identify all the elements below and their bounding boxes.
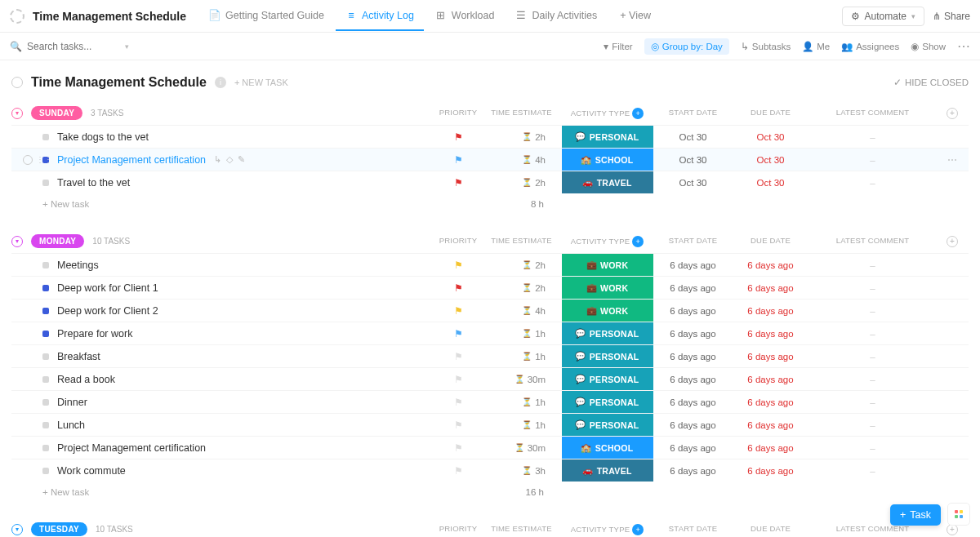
tag-icon[interactable]: ◇ [226,154,233,165]
tab-activity-log[interactable]: ≡Activity Log [336,2,424,31]
priority-flag-icon[interactable]: ⚑ [454,397,463,408]
collapse-icon[interactable]: ▾ [11,524,23,535]
latest-comment[interactable]: – [809,375,936,384]
task-name[interactable]: Prepare for work [57,328,132,340]
task-row[interactable]: Project Management certification⚑⏳30m🏫SC… [11,436,969,459]
start-date[interactable]: 6 days ago [654,466,732,476]
task-name[interactable]: Deep work for Client 2 [57,305,158,317]
task-name[interactable]: Take dogs to the vet [57,131,149,143]
drag-handle-icon[interactable]: ⋮⋮ [36,155,52,164]
status-icon[interactable] [42,308,49,314]
latest-comment[interactable]: – [809,260,936,270]
plus-icon[interactable]: + [632,108,644,119]
collapse-icon[interactable]: ▾ [11,108,23,119]
activity-type-badge[interactable]: 💬PERSONAL [562,414,653,436]
share-button[interactable]: ⋔ Share [933,11,970,22]
task-row[interactable]: Prepare for work⚑⏳1h💬PERSONAL6 days ago6… [11,322,969,344]
start-date[interactable]: 6 days ago [654,420,732,430]
day-badge[interactable]: SUNDAY [31,106,82,120]
latest-comment[interactable]: – [809,155,936,165]
task-row[interactable]: Read a book⚑⏳30m💬PERSONAL6 days ago6 day… [11,367,969,390]
select-circle-icon[interactable] [23,155,33,165]
time-estimate[interactable]: ⏳1h [483,397,560,407]
col-priority[interactable]: PRIORITY [434,524,483,535]
col-time-estimate[interactable]: TIME ESTIMATE [483,524,560,535]
due-date[interactable]: 6 days ago [732,352,809,362]
start-date[interactable]: Oct 30 [654,155,732,165]
day-badge[interactable]: MONDAY [31,234,84,248]
status-icon[interactable] [42,399,49,406]
task-row[interactable]: Work commute⚑⏳3h🚗TRAVEL6 days ago6 days … [11,459,969,482]
col-start-date[interactable]: START DATE [654,108,732,119]
task-name[interactable]: Deep work for Client 1 [57,282,158,294]
start-date[interactable]: 6 days ago [654,329,732,339]
time-estimate[interactable]: ⏳1h [483,329,560,339]
tab-getting-started-guide[interactable]: 📄Getting Started Guide [199,2,334,31]
group-by-chip[interactable]: ◎Group by: Day [644,38,729,55]
add-view-button[interactable]: + View [610,2,661,31]
collapse-icon[interactable]: ▾ [11,236,23,247]
task-name[interactable]: Travel to the vet [57,177,130,189]
start-date[interactable]: 6 days ago [654,397,732,407]
col-priority[interactable]: PRIORITY [434,108,483,119]
new-task-fab[interactable]: + Task [890,504,941,526]
due-date[interactable]: 6 days ago [732,260,809,270]
priority-flag-icon[interactable]: ⚑ [454,351,463,362]
col-due-date[interactable]: DUE DATE [732,108,809,119]
task-row[interactable]: Deep work for Client 1⚑⏳2h💼WORK6 days ag… [11,276,969,299]
due-date[interactable]: 6 days ago [732,329,809,339]
due-date[interactable]: Oct 30 [732,155,809,165]
task-row[interactable]: ⋮⋮Project Management certification↳◇✎⚑⏳4… [11,148,969,171]
plus-icon[interactable]: + [632,236,644,247]
status-icon[interactable] [42,262,49,268]
start-date[interactable]: Oct 30 [654,132,732,142]
task-name[interactable]: Lunch [57,419,85,431]
task-row[interactable]: Meetings⚑⏳2h💼WORK6 days ago6 days ago– [11,253,969,276]
task-row[interactable]: Deep work for Client 2⚑⏳4h💼WORK6 days ag… [11,299,969,322]
start-date[interactable]: 6 days ago [654,306,732,316]
time-estimate[interactable]: ⏳30m [483,443,560,453]
latest-comment[interactable]: – [809,443,936,453]
chevron-down-icon[interactable]: ▾ [125,42,129,51]
priority-flag-icon[interactable]: ⚑ [454,419,463,431]
priority-flag-icon[interactable]: ⚑ [454,131,463,143]
tab-daily-activities[interactable]: ☰Daily Activities [506,2,607,31]
time-estimate[interactable]: ⏳30m [483,375,560,384]
start-date[interactable]: 6 days ago [654,283,732,293]
status-icon[interactable] [42,353,49,360]
time-estimate[interactable]: ⏳4h [483,155,560,165]
priority-flag-icon[interactable]: ⚑ [454,442,463,454]
latest-comment[interactable]: – [809,466,936,476]
plus-icon[interactable]: + [632,524,644,535]
day-badge[interactable]: TUESDAY [31,522,87,536]
task-name[interactable]: Breakfast [57,351,100,362]
task-name[interactable]: Work commute [57,465,126,477]
priority-flag-icon[interactable]: ⚑ [454,282,463,294]
time-estimate[interactable]: ⏳4h [483,306,560,316]
latest-comment[interactable]: – [809,283,936,293]
row-more-icon[interactable]: ⋯ [936,154,969,166]
me-chip[interactable]: 👤Me [802,41,830,52]
task-row[interactable]: Breakfast⚑⏳1h💬PERSONAL6 days ago6 days a… [11,344,969,367]
task-name[interactable]: Read a book [57,374,115,385]
col-due-date[interactable]: DUE DATE [732,524,809,535]
time-estimate[interactable]: ⏳2h [483,260,560,270]
search-input[interactable] [27,41,117,52]
activity-type-badge[interactable]: 💼WORK [562,277,653,299]
activity-type-badge[interactable]: 💬PERSONAL [562,126,653,148]
subtasks-chip[interactable]: ↳Subtasks [741,41,791,52]
info-icon[interactable]: i [215,77,226,88]
priority-flag-icon[interactable]: ⚑ [454,374,463,385]
apps-fab[interactable] [947,503,970,526]
status-icon[interactable] [42,468,49,474]
time-estimate[interactable]: ⏳1h [483,420,560,430]
latest-comment[interactable]: – [809,397,936,407]
due-date[interactable]: 6 days ago [732,443,809,453]
col-start-date[interactable]: START DATE [654,524,732,535]
task-name[interactable]: Dinner [57,397,87,408]
show-chip[interactable]: ◉Show [911,41,946,52]
status-icon[interactable] [42,331,49,337]
assignees-chip[interactable]: 👥Assignees [841,41,899,52]
col-activity-type[interactable]: ACTIVITY TYPE+ [560,108,654,119]
search-box[interactable]: 🔍 ▾ [10,41,132,52]
